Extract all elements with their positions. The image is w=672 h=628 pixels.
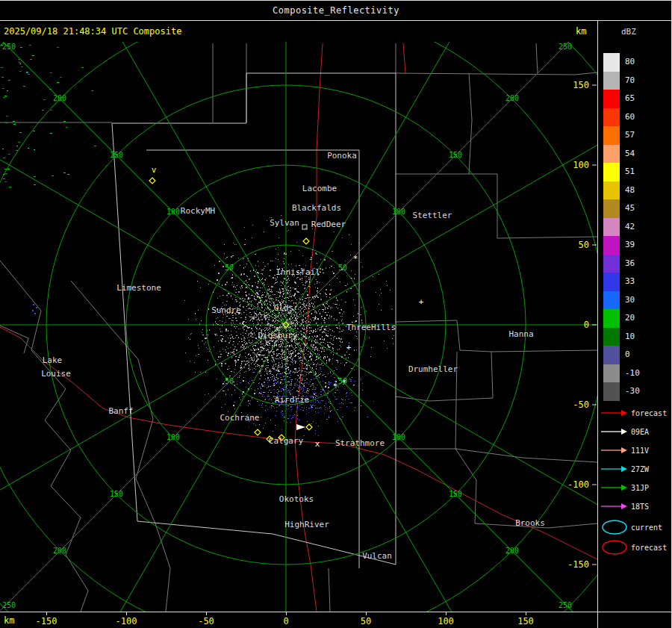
city-label: Cochrane	[220, 413, 260, 423]
echo-pixel	[293, 364, 293, 364]
echo-pixel	[236, 244, 237, 245]
echo-pixel	[269, 355, 270, 356]
echo-pixel	[242, 285, 243, 286]
echo-pixel	[323, 349, 325, 350]
echo-pixel	[311, 344, 312, 345]
echo-pixel	[261, 270, 263, 270]
echo-pixel	[268, 297, 269, 299]
clutter-pixel	[52, 175, 54, 176]
echo-pixel	[274, 322, 275, 323]
echo-pixel	[302, 336, 304, 338]
echo-pixel	[264, 301, 265, 302]
echo-pixel	[352, 395, 352, 396]
echo-pixel	[305, 429, 305, 429]
echo-pixel	[267, 382, 268, 383]
echo-pixel	[278, 320, 279, 321]
echo-pixel	[290, 321, 291, 323]
echo-pixel	[358, 314, 358, 314]
echo-pixel	[324, 395, 325, 396]
echo-pixel	[301, 294, 302, 295]
echo-pixel	[277, 379, 278, 379]
echo-pixel	[282, 291, 284, 292]
echo-pixel	[258, 281, 259, 282]
echo-pixel	[302, 390, 304, 391]
echo-pixel	[289, 354, 290, 355]
echo-pixel	[361, 346, 361, 347]
echo-pixel	[280, 328, 281, 329]
echo-pixel	[328, 331, 329, 332]
echo-pixel	[261, 273, 262, 274]
echo-pixel	[262, 294, 264, 296]
echo-pixel	[311, 341, 312, 342]
echo-pixel	[230, 338, 231, 339]
echo-pixel	[244, 282, 245, 282]
county-boundary	[396, 320, 493, 401]
echo-pixel	[219, 284, 220, 285]
echo-pixel	[299, 420, 299, 420]
echo-pixel	[357, 338, 358, 339]
echo-pixel	[272, 311, 273, 312]
echo-pixel	[235, 338, 236, 338]
echo-pixel	[267, 264, 269, 264]
echo-pixel	[288, 300, 290, 301]
echo-pixel	[287, 279, 288, 280]
echo-pixel	[277, 282, 278, 282]
echo-pixel	[270, 298, 270, 299]
echo-pixel	[287, 373, 288, 374]
colorbar-value-label: 30	[625, 295, 635, 305]
echo-pixel	[284, 285, 285, 287]
colorbar-cell	[603, 126, 620, 145]
echo-pixel	[291, 350, 292, 351]
echo-pixel	[291, 354, 292, 355]
echo-pixel	[243, 329, 244, 330]
echo-pixel	[305, 334, 306, 335]
echo-pixel	[267, 299, 267, 301]
echo-pixel	[302, 391, 303, 392]
clutter-pixel	[8, 154, 10, 155]
echo-pixel	[293, 417, 293, 417]
echo-pixel	[334, 231, 335, 232]
highway-line	[295, 441, 597, 559]
echo-pixel	[280, 292, 281, 293]
echo-pixel	[311, 320, 312, 321]
echo-pixel	[336, 338, 337, 339]
echo-pixel	[323, 400, 323, 401]
echo-pixel	[305, 308, 307, 309]
echo-pixel	[340, 345, 340, 346]
echo-pixel	[281, 358, 282, 358]
echo-pixel	[285, 366, 287, 367]
radar-canvas[interactable]: 5050505010010010010015015015015020020020…	[0, 42, 597, 612]
echo-pixel	[301, 323, 302, 325]
clutter-pixel	[8, 80, 10, 81]
echo-pixel	[290, 371, 291, 372]
echo-pixel	[285, 297, 286, 298]
echo-pixel	[261, 341, 262, 341]
echo-pixel	[253, 423, 255, 424]
echo-pixel	[279, 353, 279, 354]
echo-pixel	[258, 287, 258, 288]
echo-pixel	[299, 376, 300, 377]
echo-pixel	[231, 320, 232, 321]
echo-pixel	[354, 410, 355, 411]
echo-pixel	[264, 268, 264, 269]
echo-pixel	[311, 344, 311, 346]
county-boundary	[536, 43, 538, 73]
echo-pixel	[268, 323, 269, 324]
echo-pixel	[316, 356, 317, 358]
echo-pixel	[276, 299, 276, 299]
radar-site-diamond	[306, 424, 312, 430]
echo-pixel	[279, 300, 279, 301]
echo-pixel	[273, 351, 273, 352]
echo-pixel	[241, 273, 242, 275]
echo-pixel	[324, 405, 325, 406]
echo-pixel	[310, 386, 311, 387]
echo-pixel	[380, 289, 381, 290]
echo-pixel	[323, 351, 324, 352]
echo-pixel	[282, 357, 283, 358]
axis-tick	[286, 612, 287, 615]
echo-pixel	[279, 321, 279, 322]
echo-pixel	[293, 287, 293, 288]
echo-pixel	[222, 321, 223, 322]
echo-pixel	[262, 403, 263, 404]
echo-pixel	[240, 265, 240, 266]
